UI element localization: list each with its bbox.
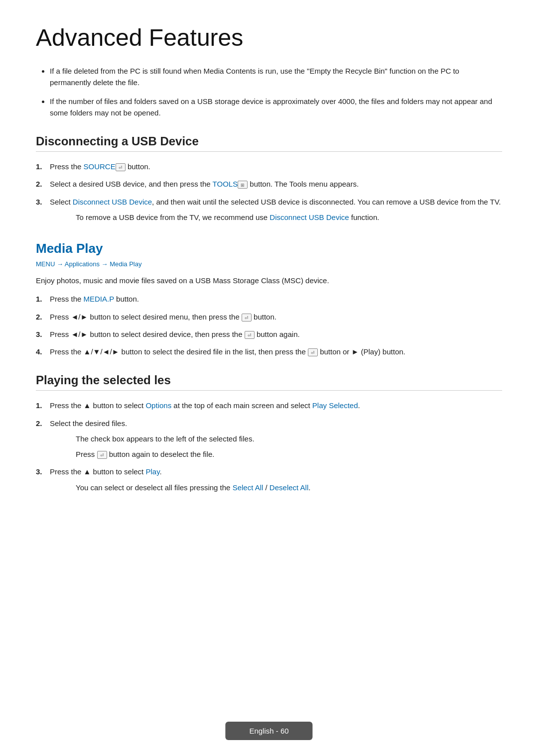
usb-section-title: Disconnecting a USB Device xyxy=(36,134,502,152)
media-play-step-2: Press ◄/► button to select desired menu,… xyxy=(50,311,502,323)
breadcrumb-media-play: Media Play xyxy=(110,260,141,268)
playing-steps-list: Press the ▲ button to select Options at … xyxy=(50,400,502,493)
enter-icon-1: ⏎ xyxy=(242,314,252,322)
breadcrumb-arrow-2: → xyxy=(102,260,110,268)
enter-icon-3: ⏎ xyxy=(308,348,318,356)
enter-icon-2: ⏎ xyxy=(245,331,255,339)
deselect-all-link: Deselect All xyxy=(269,483,308,492)
usb-step-1: Press the SOURCE⏎ button. xyxy=(50,161,502,172)
media-play-step-4: Press the ▲/▼/◄/► button to select the d… xyxy=(50,346,502,357)
page-title: Advanced Features xyxy=(36,24,502,51)
tools-icon: ⊞ xyxy=(238,181,248,189)
disconnect-usb-link: Disconnect USB Device xyxy=(73,198,152,206)
breadcrumb-applications: Applications xyxy=(65,260,100,268)
playing-step-2-note-1: The check box appears to the left of the… xyxy=(76,433,502,444)
options-link: Options xyxy=(145,401,171,410)
usb-note: To remove a USB device from the TV, we r… xyxy=(76,212,502,223)
enter-icon-4: ⏎ xyxy=(97,451,107,459)
media-p-link: MEDIA.P xyxy=(84,295,114,303)
breadcrumb-menu: MENU xyxy=(36,260,55,268)
usb-step-2: Select a desired USB device, and then pr… xyxy=(50,178,502,190)
media-play-step-1: Press the MEDIA.P button. xyxy=(50,293,502,305)
playing-step-2: Select the desired files. The check box … xyxy=(50,418,502,460)
media-play-section-title: Media Play xyxy=(36,241,502,256)
playing-step-3-note: You can select or deselect all files pre… xyxy=(76,482,502,493)
footer-label: English - 60 xyxy=(225,722,312,740)
play-selected-link: Play Selected xyxy=(312,401,358,410)
source-icon: ⏎ xyxy=(116,163,126,171)
select-all-link: Select All xyxy=(233,483,264,492)
media-play-step-3: Press ◄/► button to select desired devic… xyxy=(50,328,502,340)
usb-step-3: Select Disconnect USB Device, and then w… xyxy=(50,196,502,223)
playing-step-3: Press the ▲ button to select Play. You c… xyxy=(50,466,502,493)
intro-bullet-1: If a file deleted from the PC is still f… xyxy=(50,65,502,89)
usb-steps-list: Press the SOURCE⏎ button. Select a desir… xyxy=(50,161,502,223)
intro-bullets: If a file deleted from the PC is still f… xyxy=(50,65,502,118)
playing-step-1: Press the ▲ button to select Options at … xyxy=(50,400,502,411)
media-play-intro: Enjoy photos, music and movie files save… xyxy=(36,275,502,286)
playing-section-title: Playing the selected les xyxy=(36,373,502,391)
disconnect-usb-note-link: Disconnect USB Device xyxy=(269,213,349,221)
play-link: Play xyxy=(145,467,159,476)
breadcrumb-arrow-1: → xyxy=(57,260,65,268)
breadcrumb: MENU → Applications → Media Play xyxy=(36,260,502,268)
source-link: SOURCE xyxy=(84,162,116,171)
intro-bullet-2: If the number of files and folders saved… xyxy=(50,96,502,119)
media-play-steps-list: Press the MEDIA.P button. Press ◄/► butt… xyxy=(50,293,502,357)
playing-step-2-note-2: Press ⏎ button again to deselect the fil… xyxy=(76,448,502,460)
tools-link: TOOLS xyxy=(213,180,238,188)
